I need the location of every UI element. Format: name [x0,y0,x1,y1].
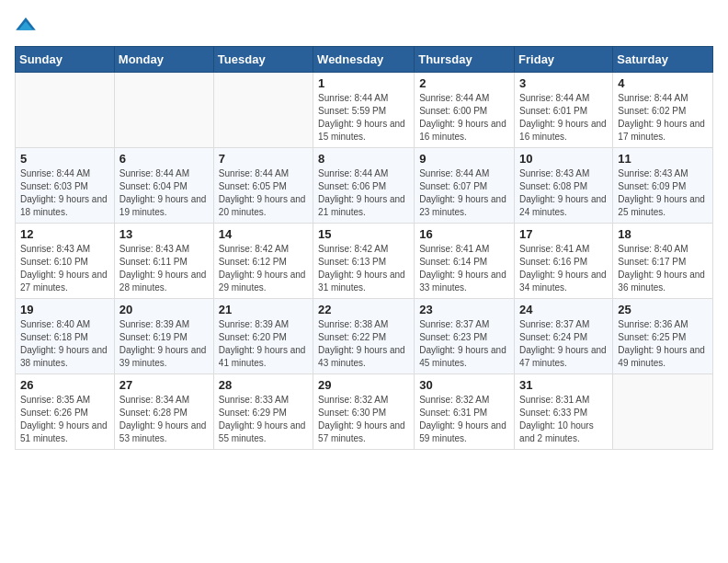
calendar-week-row: 1Sunrise: 8:44 AMSunset: 5:59 PMDaylight… [16,73,713,148]
day-number: 25 [618,303,708,316]
day-detail: Sunrise: 8:32 AMSunset: 6:31 PMDaylight:… [419,394,509,445]
calendar-cell: 26Sunrise: 8:35 AMSunset: 6:26 PMDayligh… [16,374,115,450]
calendar-cell: 6Sunrise: 8:44 AMSunset: 6:04 PMDaylight… [114,148,213,224]
day-detail: Sunrise: 8:44 AMSunset: 6:07 PMDaylight:… [419,167,509,219]
calendar-cell: 22Sunrise: 8:38 AMSunset: 6:22 PMDayligh… [313,299,415,374]
day-detail: Sunrise: 8:41 AMSunset: 6:14 PMDaylight:… [419,243,509,294]
weekday-header: Saturday [613,47,713,73]
day-number: 21 [219,303,308,316]
calendar-cell: 13Sunrise: 8:43 AMSunset: 6:11 PMDayligh… [114,224,213,299]
day-number: 18 [618,227,708,241]
day-detail: Sunrise: 8:39 AMSunset: 6:20 PMDaylight:… [219,318,308,370]
day-detail: Sunrise: 8:34 AMSunset: 6:28 PMDaylight:… [119,394,209,445]
calendar-cell: 25Sunrise: 8:36 AMSunset: 6:25 PMDayligh… [613,299,713,374]
day-detail: Sunrise: 8:43 AMSunset: 6:11 PMDaylight:… [119,243,209,294]
weekday-header: Friday [515,47,613,73]
calendar-week-row: 26Sunrise: 8:35 AMSunset: 6:26 PMDayligh… [16,374,713,450]
day-number: 11 [618,152,708,166]
calendar-cell: 31Sunrise: 8:31 AMSunset: 6:33 PMDayligh… [515,374,613,450]
day-detail: Sunrise: 8:39 AMSunset: 6:19 PMDaylight:… [119,318,209,370]
day-number: 26 [20,378,109,392]
calendar-week-row: 12Sunrise: 8:43 AMSunset: 6:10 PMDayligh… [16,224,713,299]
calendar-cell: 17Sunrise: 8:41 AMSunset: 6:16 PMDayligh… [515,224,613,299]
day-detail: Sunrise: 8:44 AMSunset: 5:59 PMDaylight:… [318,92,409,144]
weekday-header: Tuesday [213,47,313,73]
day-detail: Sunrise: 8:44 AMSunset: 6:05 PMDaylight:… [219,167,308,219]
calendar-cell [613,374,713,450]
day-number: 5 [20,152,109,166]
day-number: 19 [20,303,109,316]
day-number: 2 [419,76,509,90]
calendar-cell: 23Sunrise: 8:37 AMSunset: 6:23 PMDayligh… [415,299,515,374]
calendar-cell: 14Sunrise: 8:42 AMSunset: 6:12 PMDayligh… [213,224,313,299]
calendar-cell: 20Sunrise: 8:39 AMSunset: 6:19 PMDayligh… [114,299,213,374]
calendar-cell: 21Sunrise: 8:39 AMSunset: 6:20 PMDayligh… [213,299,313,374]
day-number: 29 [318,378,409,392]
calendar-cell: 30Sunrise: 8:32 AMSunset: 6:31 PMDayligh… [415,374,515,450]
weekday-header: Sunday [16,47,115,73]
day-detail: Sunrise: 8:40 AMSunset: 6:18 PMDaylight:… [20,318,109,370]
day-detail: Sunrise: 8:44 AMSunset: 6:00 PMDaylight:… [419,92,509,144]
calendar-cell: 27Sunrise: 8:34 AMSunset: 6:28 PMDayligh… [114,374,213,450]
calendar-cell: 5Sunrise: 8:44 AMSunset: 6:03 PMDaylight… [16,148,115,224]
day-number: 22 [318,303,409,316]
logo-icon [15,15,37,37]
weekday-header: Wednesday [313,47,415,73]
calendar-cell: 7Sunrise: 8:44 AMSunset: 6:05 PMDaylight… [213,148,313,224]
day-detail: Sunrise: 8:44 AMSunset: 6:04 PMDaylight:… [119,167,209,219]
calendar-week-row: 5Sunrise: 8:44 AMSunset: 6:03 PMDaylight… [16,148,713,224]
day-detail: Sunrise: 8:37 AMSunset: 6:24 PMDaylight:… [519,318,608,370]
day-number: 28 [219,378,308,392]
calendar-cell [114,73,213,148]
day-detail: Sunrise: 8:41 AMSunset: 6:16 PMDaylight:… [519,243,608,294]
day-detail: Sunrise: 8:32 AMSunset: 6:30 PMDaylight:… [318,394,409,445]
header [15,15,713,37]
logo [15,15,40,37]
day-number: 4 [618,76,708,90]
calendar-cell: 10Sunrise: 8:43 AMSunset: 6:08 PMDayligh… [515,148,613,224]
day-detail: Sunrise: 8:43 AMSunset: 6:10 PMDaylight:… [20,243,109,294]
day-number: 13 [119,227,209,241]
day-detail: Sunrise: 8:37 AMSunset: 6:23 PMDaylight:… [419,318,509,370]
day-detail: Sunrise: 8:44 AMSunset: 6:03 PMDaylight:… [20,167,109,219]
calendar-cell [213,73,313,148]
weekday-header: Thursday [415,47,515,73]
day-number: 15 [318,227,409,241]
day-detail: Sunrise: 8:43 AMSunset: 6:08 PMDaylight:… [519,167,608,219]
calendar-cell: 4Sunrise: 8:44 AMSunset: 6:02 PMDaylight… [613,73,713,148]
day-detail: Sunrise: 8:36 AMSunset: 6:25 PMDaylight:… [618,318,708,370]
day-number: 31 [519,378,608,392]
day-detail: Sunrise: 8:35 AMSunset: 6:26 PMDaylight:… [20,394,109,445]
day-number: 10 [519,152,608,166]
day-number: 1 [318,76,409,90]
day-number: 6 [119,152,209,166]
day-number: 14 [219,227,308,241]
calendar-cell: 28Sunrise: 8:33 AMSunset: 6:29 PMDayligh… [213,374,313,450]
calendar-cell: 2Sunrise: 8:44 AMSunset: 6:00 PMDaylight… [415,73,515,148]
weekday-header: Monday [114,47,213,73]
day-detail: Sunrise: 8:43 AMSunset: 6:09 PMDaylight:… [618,167,708,219]
day-number: 27 [119,378,209,392]
day-number: 3 [519,76,608,90]
day-number: 16 [419,227,509,241]
day-number: 9 [419,152,509,166]
day-detail: Sunrise: 8:42 AMSunset: 6:12 PMDaylight:… [219,243,308,294]
calendar-cell: 18Sunrise: 8:40 AMSunset: 6:17 PMDayligh… [613,224,713,299]
calendar-cell: 9Sunrise: 8:44 AMSunset: 6:07 PMDaylight… [415,148,515,224]
day-detail: Sunrise: 8:33 AMSunset: 6:29 PMDaylight:… [219,394,308,445]
calendar-cell [16,73,115,148]
day-number: 20 [119,303,209,316]
day-detail: Sunrise: 8:42 AMSunset: 6:13 PMDaylight:… [318,243,409,294]
day-detail: Sunrise: 8:44 AMSunset: 6:06 PMDaylight:… [318,167,409,219]
calendar-cell: 8Sunrise: 8:44 AMSunset: 6:06 PMDaylight… [313,148,415,224]
day-detail: Sunrise: 8:38 AMSunset: 6:22 PMDaylight:… [318,318,409,370]
day-number: 8 [318,152,409,166]
day-detail: Sunrise: 8:44 AMSunset: 6:02 PMDaylight:… [618,92,708,144]
calendar-cell: 15Sunrise: 8:42 AMSunset: 6:13 PMDayligh… [313,224,415,299]
day-number: 30 [419,378,509,392]
day-detail: Sunrise: 8:44 AMSunset: 6:01 PMDaylight:… [519,92,608,144]
calendar-header-row: SundayMondayTuesdayWednesdayThursdayFrid… [16,47,713,73]
calendar-table: SundayMondayTuesdayWednesdayThursdayFrid… [15,46,713,450]
day-number: 7 [219,152,308,166]
day-number: 23 [419,303,509,316]
